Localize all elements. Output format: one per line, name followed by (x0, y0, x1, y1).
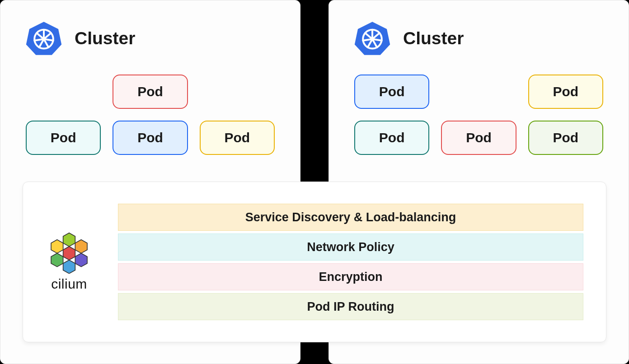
cilium-name: cilium (51, 276, 87, 292)
pod: Pod (200, 121, 275, 155)
cilium-card: cilium Service Discovery & Load-balancin… (23, 182, 606, 342)
pod: Pod (528, 75, 603, 109)
pod: Pod (441, 121, 516, 155)
feature-pod-ip-routing: Pod IP Routing (118, 293, 583, 320)
svg-marker-22 (75, 253, 87, 267)
svg-marker-20 (63, 233, 75, 247)
cilium-logo-icon (47, 232, 92, 274)
cluster-title: Cluster (403, 28, 464, 48)
svg-marker-24 (51, 253, 63, 267)
pod: Pod (26, 121, 101, 155)
pods-grid-left: Pod Pod Pod Pod (0, 61, 300, 155)
svg-marker-26 (63, 247, 75, 260)
svg-marker-25 (51, 240, 63, 253)
pods-grid-right: Pod Pod Pod Pod Pod (329, 61, 629, 155)
feature-encryption: Encryption (118, 263, 583, 290)
pod: Pod (113, 75, 188, 109)
pod: Pod (113, 121, 188, 155)
cluster-header: Cluster (329, 0, 629, 61)
pod: Pod (354, 75, 429, 109)
feature-stack: Service Discovery & Load-balancing Netwo… (118, 204, 583, 320)
kubernetes-icon (354, 20, 390, 56)
cluster-header: Cluster (0, 0, 300, 61)
feature-network-policy: Network Policy (118, 233, 583, 261)
pod: Pod (354, 121, 429, 155)
pod: Pod (528, 121, 603, 155)
svg-marker-23 (63, 260, 75, 274)
feature-service-discovery: Service Discovery & Load-balancing (118, 204, 583, 231)
cluster-title: Cluster (75, 28, 135, 48)
kubernetes-icon (26, 20, 62, 56)
svg-marker-21 (75, 240, 87, 253)
cilium-brand: cilium (38, 232, 101, 292)
